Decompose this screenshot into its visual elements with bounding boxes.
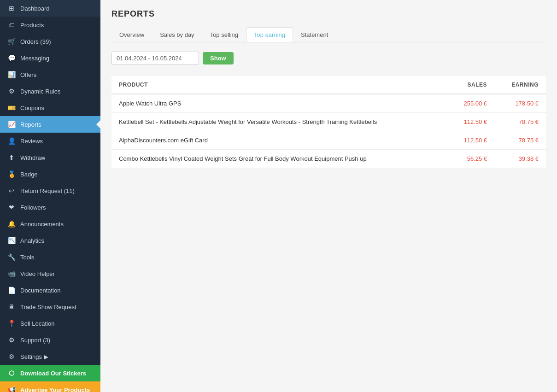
sidebar-item-announcements[interactable]: 🔔 Announcements [0,216,100,232]
main-content: REPORTS Overview Sales by day Top sellin… [100,0,557,392]
sidebar-label-tools: Tools [20,254,93,261]
sidebar-label-reports: Reports [20,121,93,128]
sidebar-label-video-helper: Video Helper [20,270,93,277]
col-product: PRODUCT [111,76,447,94]
sidebar-label-analytics: Analytics [20,237,93,244]
active-arrow [96,120,100,129]
orders-icon: 🛒 [7,38,16,45]
tab-top-selling[interactable]: Top selling [202,27,246,42]
sidebar-item-dynamic-rules[interactable]: ⚙ Dynamic Rules [0,83,100,99]
offers-icon: 📊 [7,71,16,78]
sidebar-label-dynamic-rules: Dynamic Rules [20,88,93,95]
sidebar-item-reviews[interactable]: 👤 Reviews [0,133,100,149]
sidebar-label-messaging: Messaging [20,55,93,62]
tab-sales-by-day[interactable]: Sales by day [152,27,202,42]
messaging-icon: 💬 [7,54,16,62]
sidebar-label-download-stickers: Download Our Stickers [20,370,93,377]
withdraw-icon: ⬆ [7,154,16,161]
filter-row: Show [111,52,546,65]
reviews-icon: 👤 [7,137,16,145]
sidebar-item-documentation[interactable]: 📄 Documentation [0,282,100,298]
sidebar-label-coupons: Coupons [20,105,93,111]
sidebar-item-followers[interactable]: ❤ Followers [0,199,100,216]
support-icon: ⚙ [7,336,16,344]
table-row: Apple Watch Ultra GPS255.00 €178.50 € [111,94,546,113]
sidebar-label-offers: Offers [20,71,93,78]
trade-show-icon: 🖥 [7,303,16,310]
sidebar-label-reviews: Reviews [20,138,93,145]
sell-location-icon: 📍 [7,320,16,327]
table-row: AlphaDiscounters.com eGift Card112.50 €7… [111,131,546,150]
sidebar-item-reports[interactable]: 📈 Reports [0,116,100,133]
sidebar-item-settings[interactable]: ⚙ Settings ▶ [0,348,100,365]
sidebar-item-badge[interactable]: 🏅 Badge [0,166,100,182]
cell-product-3: Combo Kettlebells Vinyl Coated Weight Se… [111,150,447,168]
sidebar-item-withdraw[interactable]: ⬆ Withdraw [0,149,100,166]
sidebar-label-announcements: Announcements [20,221,93,228]
sidebar-item-products[interactable]: 🏷 Products [0,17,100,33]
cell-earning-1: 78.75 € [494,113,546,131]
tab-statement[interactable]: Statement [293,27,336,42]
sidebar-label-products: Products [20,22,93,29]
page-title: REPORTS [111,9,546,19]
table-row: Kettlebell Set - Kettlebells Adjustable … [111,113,546,131]
sidebar-label-followers: Followers [20,204,93,211]
sidebar-item-support[interactable]: ⚙ Support (3) [0,332,100,348]
sidebar-item-offers[interactable]: 📊 Offers [0,66,100,83]
sidebar-item-orders[interactable]: 🛒 Orders (39) [0,33,100,50]
sidebar-item-dashboard[interactable]: ⊞ Dashboard [0,0,100,17]
col-sales: SALES [447,76,494,94]
reports-icon: 📈 [7,121,16,128]
sidebar-label-support: Support (3) [20,337,93,344]
tools-icon: 🔧 [7,253,16,261]
sidebar: ⊞ Dashboard 🏷 Products 🛒 Orders (39) 💬 M… [0,0,100,392]
analytics-icon: 📉 [7,237,16,244]
followers-icon: ❤ [7,204,16,211]
sidebar-label-dashboard: Dashboard [20,5,93,12]
tab-overview[interactable]: Overview [111,27,152,42]
sidebar-item-tools[interactable]: 🔧 Tools [0,249,100,265]
advertise-icon: 📢 [7,386,16,392]
sidebar-item-trade-show[interactable]: 🖥 Trade Show Request [0,298,100,315]
cell-product-0: Apple Watch Ultra GPS [111,94,447,113]
sidebar-item-download-stickers[interactable]: ⬡ Download Our Stickers [0,365,100,381]
table-header-row: PRODUCT SALES EARNING [111,76,546,94]
cell-earning-0: 178.50 € [494,94,546,113]
cell-sales-3: 56.25 € [447,150,494,168]
col-earning: EARNING [494,76,546,94]
sidebar-item-return-request[interactable]: ↩ Return Request (11) [0,182,100,199]
cell-product-1: Kettlebell Set - Kettlebells Adjustable … [111,113,447,131]
announcements-icon: 🔔 [7,220,16,228]
return-request-icon: ↩ [7,187,16,194]
video-helper-icon: 📹 [7,270,16,277]
sidebar-item-advertise[interactable]: 📢 Advertise Your Products [0,381,100,392]
date-range-input[interactable] [111,52,199,65]
dynamic-rules-icon: ⚙ [7,88,16,95]
documentation-icon: 📄 [7,287,16,294]
report-tabs: Overview Sales by day Top selling Top ea… [111,27,546,42]
sidebar-item-analytics[interactable]: 📉 Analytics [0,232,100,249]
cell-product-2: AlphaDiscounters.com eGift Card [111,131,447,150]
cell-earning-2: 78.75 € [494,131,546,150]
products-icon: 🏷 [7,21,16,29]
cell-sales-0: 255.00 € [447,94,494,113]
sidebar-label-orders: Orders (39) [20,38,93,45]
table-row: Combo Kettlebells Vinyl Coated Weight Se… [111,150,546,168]
sidebar-label-trade-show: Trade Show Request [20,304,93,310]
cell-sales-2: 112.50 € [447,131,494,150]
download-stickers-icon: ⬡ [7,369,16,377]
sidebar-item-sell-location[interactable]: 📍 Sell Location [0,315,100,332]
sidebar-item-coupons[interactable]: 🎫 Coupons [0,99,100,116]
dashboard-icon: ⊞ [7,5,16,12]
sidebar-label-advertise: Advertise Your Products [20,386,93,392]
sidebar-item-video-helper[interactable]: 📹 Video Helper [0,265,100,282]
report-table: PRODUCT SALES EARNING Apple Watch Ultra … [111,76,546,168]
show-button[interactable]: Show [203,52,234,64]
coupons-icon: 🎫 [7,104,16,111]
sidebar-item-messaging[interactable]: 💬 Messaging [0,50,100,66]
sidebar-label-return-request: Return Request (11) [20,187,93,194]
cell-sales-1: 112.50 € [447,113,494,131]
settings-icon: ⚙ [7,353,16,360]
cell-earning-3: 39.38 € [494,150,546,168]
tab-top-earning[interactable]: Top earning [246,27,293,42]
